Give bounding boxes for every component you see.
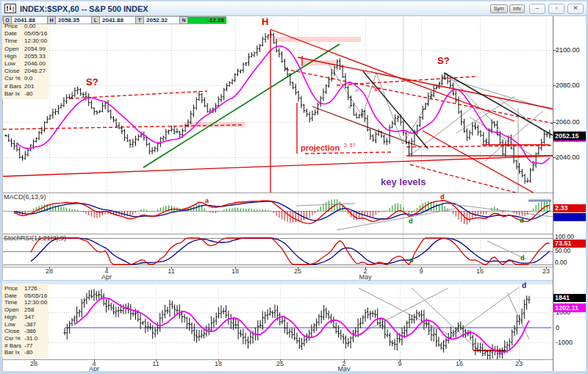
candlestick-chart-icon — [4, 4, 16, 13]
maximize-button[interactable]: ▫ — [548, 4, 564, 14]
quote-value: 2052.32 — [144, 16, 179, 24]
panel-divider — [2, 280, 553, 284]
info-row: Price1726 — [4, 285, 47, 292]
quote-value: -12.28 — [188, 16, 226, 24]
info-row: Open258 — [4, 306, 47, 314]
info-row: Low-387 — [4, 321, 47, 328]
annotation-text: a — [205, 198, 209, 204]
annotation-text: H — [262, 17, 268, 26]
intv-button[interactable]: Intv — [509, 4, 525, 13]
annotation-text: c? — [367, 70, 373, 76]
minimize-button[interactable]: – — [529, 4, 545, 14]
x-tick-label: 23 — [539, 267, 553, 275]
macd-value-box: 2.33 — [553, 204, 587, 212]
info-row: Time12:30:00 — [4, 37, 47, 45]
annotation-text: key levels — [381, 177, 426, 187]
x-tick-label: 25 — [273, 360, 287, 367]
quote-value: 2058.35 — [56, 16, 91, 24]
info-row: High347 — [4, 314, 47, 321]
sym-button[interactable]: Sym — [490, 4, 508, 13]
quote-value: 2041.88 — [12, 16, 47, 24]
annotation-text: b — [362, 112, 365, 118]
x-tick-label: 9 — [414, 267, 429, 275]
x-tick-label: 16 — [473, 267, 487, 275]
quote-value: 2041.88 — [100, 16, 135, 24]
x-axis-month-label: May — [356, 273, 374, 281]
quote-field-toggle[interactable]: O — [3, 16, 12, 24]
annotation-text: s? — [374, 87, 381, 93]
x-tick-label: 28 — [26, 360, 41, 367]
annotation-text: d — [440, 194, 445, 201]
window-title: INDEX:$SPX,60 -- S&P 500 INDEX — [20, 4, 148, 13]
y-axis-label: 0.00 — [555, 259, 567, 266]
lower-last-box: 1841 — [553, 294, 587, 302]
y-axis-label: 2040.00 — [556, 154, 580, 161]
x-tick-label: 11 — [164, 267, 179, 275]
info-row: Low2046.00 — [4, 60, 47, 68]
info-row: Date05/05/16 — [4, 30, 47, 37]
frame-bottom — [0, 371, 588, 374]
annotation-text: 3 5? — [344, 143, 356, 148]
info-row: # Bars201 — [4, 83, 47, 90]
title-bar[interactable]: INDEX:$SPX,60 -- S&P 500 INDEX Sym Intv … — [1, 1, 587, 16]
annotation-text: S? — [437, 56, 450, 65]
y-axis-label: 0 — [556, 324, 559, 331]
annotation-text: d — [522, 282, 526, 290]
annotation-text: S? — [86, 77, 98, 87]
lower-ma-box: 1202.11 — [553, 303, 587, 312]
annotation-text: d — [409, 218, 413, 225]
quote-field-toggle[interactable]: T — [135, 16, 144, 24]
info-row: Bar Ix-80 — [4, 90, 47, 98]
chart-canvas[interactable] — [0, 0, 588, 374]
annotation-text: d — [409, 257, 414, 264]
quote-field-toggle[interactable]: N — [179, 16, 188, 24]
quote-field-toggle[interactable]: L — [91, 16, 100, 24]
annotation-text: 4 — [348, 104, 351, 110]
x-tick-label: 28 — [42, 267, 57, 275]
last-price-box: 2052.15 — [553, 132, 587, 142]
info-row: Date05/05/16 — [4, 292, 47, 300]
x-tick-label: 9 — [392, 360, 407, 367]
macd-label: MACD(6,13,9) — [4, 193, 46, 201]
quote-field-toggle[interactable]: H — [47, 16, 56, 24]
info-row: Open2054.99 — [4, 46, 47, 53]
info-row: Close-386 — [4, 328, 47, 335]
frame-left — [0, 0, 2, 374]
lower-info-panel: Price1726Date05/05/16Time12:30:00Open258… — [2, 284, 49, 358]
info-row: Csr %-31.0 — [4, 335, 47, 342]
close-button[interactable]: ✕ — [567, 4, 584, 14]
annotation-text: projection — [301, 144, 340, 152]
quote-bar: O2041.88H2058.35L2041.88T2052.32N-12.28 — [3, 16, 226, 24]
stochrsi-label: StochRSI(14,21(2),9) — [4, 234, 66, 242]
y-axis-label: 2100.00 — [556, 46, 580, 54]
x-tick-label: 23 — [512, 360, 526, 367]
annotation-text: d — [520, 217, 524, 224]
y-axis-label: 50.00 — [555, 247, 570, 254]
y-axis-label: 2060.00 — [556, 118, 580, 126]
chart-window: INDEX:$SPX,60 -- S&P 500 INDEX Sym Intv … — [0, 0, 588, 374]
stochrsi-value-box: 73.51 — [553, 240, 587, 248]
y-axis-label: -1000 — [556, 339, 573, 346]
x-tick-label: 11 — [148, 360, 163, 367]
y-axis-label: 2080.00 — [556, 82, 580, 89]
annotation-text: d — [520, 255, 525, 262]
main-info-panel: Price0.00Date05/05/16Time12:30:00Open205… — [2, 21, 49, 99]
info-row: High2055.33 — [4, 53, 47, 60]
x-tick-label: 18 — [211, 360, 226, 367]
info-row: # Bars-77 — [4, 342, 47, 350]
x-tick-label: 18 — [228, 267, 243, 275]
annotation-text: a — [355, 87, 358, 93]
x-axis-month-label: Apr — [98, 273, 115, 281]
info-row: Csr %0.0 — [4, 75, 47, 82]
info-row: Bar Ix-80 — [4, 349, 47, 356]
x-tick-label: 25 — [290, 267, 305, 275]
info-row: Time12:30:00 — [4, 299, 47, 306]
macd-signal-box — [553, 213, 587, 221]
x-tick-label: 16 — [452, 360, 467, 367]
info-row: Close2046.27 — [4, 68, 47, 75]
